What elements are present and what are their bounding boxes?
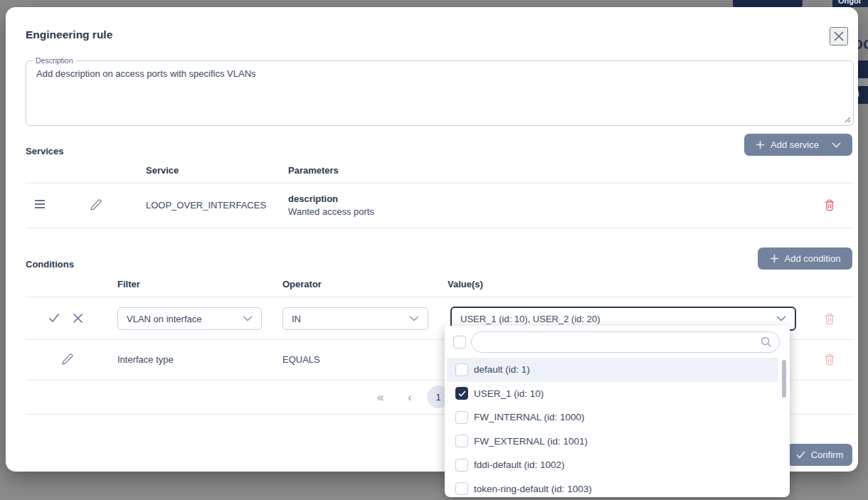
check-icon bbox=[458, 390, 466, 397]
conditions-col-operator: Operator bbox=[282, 279, 322, 289]
divider bbox=[26, 297, 854, 297]
confirm-label: Confirm bbox=[811, 450, 844, 460]
conditions-col-filter: Filter bbox=[117, 279, 140, 289]
pencil-icon[interactable] bbox=[90, 199, 102, 211]
add-service-button[interactable]: Add service bbox=[744, 134, 852, 156]
pencil-icon[interactable] bbox=[62, 353, 73, 366]
option-checkbox[interactable] bbox=[455, 435, 468, 447]
chevron-down-icon bbox=[409, 316, 419, 321]
chevron-down-icon bbox=[776, 316, 786, 321]
option-label: FW_INTERNAL (id: 1000) bbox=[474, 412, 585, 422]
option-checkbox[interactable] bbox=[455, 482, 468, 495]
services-col-service: Service bbox=[146, 165, 179, 176]
select-all-checkbox[interactable] bbox=[453, 336, 466, 349]
chevron-down-icon bbox=[243, 316, 253, 321]
option-checkbox-checked[interactable] bbox=[455, 387, 468, 400]
drag-handle-icon[interactable] bbox=[34, 199, 46, 209]
divider bbox=[26, 228, 854, 228]
pagination-previous-button[interactable]: ‹ bbox=[408, 391, 412, 403]
x-icon bbox=[833, 31, 845, 42]
conditions-heading: Conditions bbox=[26, 259, 74, 270]
add-condition-label: Add condition bbox=[785, 253, 841, 264]
option-label: token-ring-default (id: 1003) bbox=[474, 484, 592, 494]
add-condition-button[interactable]: Add condition bbox=[758, 248, 852, 270]
resize-grip-icon[interactable] bbox=[845, 117, 851, 123]
check-icon bbox=[796, 451, 805, 459]
description-field-value[interactable]: Add description on access ports with spe… bbox=[26, 65, 853, 83]
filter-select-value: VLAN on interface bbox=[127, 314, 202, 324]
plus-icon bbox=[770, 254, 779, 263]
pagination-first-button[interactable]: « bbox=[377, 391, 383, 403]
dropdown-search[interactable] bbox=[471, 331, 780, 353]
modal-title: Engineering rule bbox=[26, 28, 112, 41]
condition2-filter: Interface type bbox=[117, 354, 174, 365]
filter-select[interactable]: VLAN on interface bbox=[117, 307, 262, 330]
magnifier-icon bbox=[761, 336, 772, 348]
dropdown-option[interactable]: FW_EXTERNAL (id: 1001) bbox=[447, 430, 778, 454]
values-select-value: USER_1 (id: 10), USER_2 (id: 20) bbox=[460, 314, 600, 324]
confirm-button[interactable]: Confirm bbox=[787, 444, 852, 466]
description-field-label: Description bbox=[33, 56, 76, 65]
service-parameter-value: Wanted access ports bbox=[288, 206, 374, 217]
services-heading: Services bbox=[26, 146, 64, 156]
dropdown-scrollbar[interactable] bbox=[782, 360, 786, 398]
services-col-parameters: Parameters bbox=[288, 165, 339, 176]
divider bbox=[26, 183, 854, 183]
option-label: default (id: 1) bbox=[474, 364, 530, 375]
option-checkbox[interactable] bbox=[455, 363, 468, 376]
option-label: USER_1 (id: 10) bbox=[474, 388, 544, 399]
option-checkbox[interactable] bbox=[455, 459, 468, 472]
dropdown-option[interactable]: default (id: 1) bbox=[447, 358, 778, 382]
option-checkbox[interactable] bbox=[455, 411, 468, 424]
background-ongoing-button: Ongoi bbox=[832, 0, 868, 7]
option-label: fddi-default (id: 1002) bbox=[474, 459, 565, 470]
trash-icon[interactable] bbox=[824, 199, 835, 211]
chevron-down-icon bbox=[832, 142, 841, 148]
dropdown-option[interactable]: token-ring-default (id: 1003) bbox=[447, 477, 778, 498]
operator-select-value: IN bbox=[292, 314, 301, 324]
plus-icon bbox=[756, 140, 765, 149]
background-ongoing-label: Ongoi bbox=[838, 0, 861, 5]
background-navbar-fragment bbox=[733, 0, 803, 7]
service-name: LOOP_OVER_INTERFACES bbox=[146, 200, 266, 211]
dropdown-option[interactable]: USER_1 (id: 10) bbox=[447, 382, 778, 406]
operator-select[interactable]: IN bbox=[282, 307, 428, 330]
x-icon[interactable] bbox=[73, 313, 83, 324]
values-dropdown-panel: default (id: 1) USER_1 (id: 10) FW_INTER… bbox=[445, 326, 790, 497]
description-field[interactable]: Description Add description on access po… bbox=[26, 56, 854, 126]
close-icon[interactable] bbox=[830, 27, 848, 46]
check-icon[interactable] bbox=[48, 313, 60, 323]
search-input[interactable] bbox=[482, 337, 761, 348]
service-parameter-name: description bbox=[288, 193, 338, 204]
trash-icon[interactable] bbox=[824, 313, 835, 325]
dropdown-option[interactable]: fddi-default (id: 1002) bbox=[447, 453, 778, 477]
trash-icon[interactable] bbox=[824, 353, 835, 366]
option-label: FW_EXTERNAL (id: 1001) bbox=[474, 436, 588, 447]
dropdown-option-list: default (id: 1) USER_1 (id: 10) FW_INTER… bbox=[445, 358, 790, 497]
condition2-operator: EQUALS bbox=[282, 354, 320, 365]
dropdown-option[interactable]: FW_INTERNAL (id: 1000) bbox=[447, 405, 778, 430]
conditions-col-values: Value(s) bbox=[448, 279, 483, 289]
screen: Ongoi OC ifi Engineering rule Descriptio… bbox=[0, 0, 868, 500]
add-service-label: Add service bbox=[771, 139, 819, 150]
